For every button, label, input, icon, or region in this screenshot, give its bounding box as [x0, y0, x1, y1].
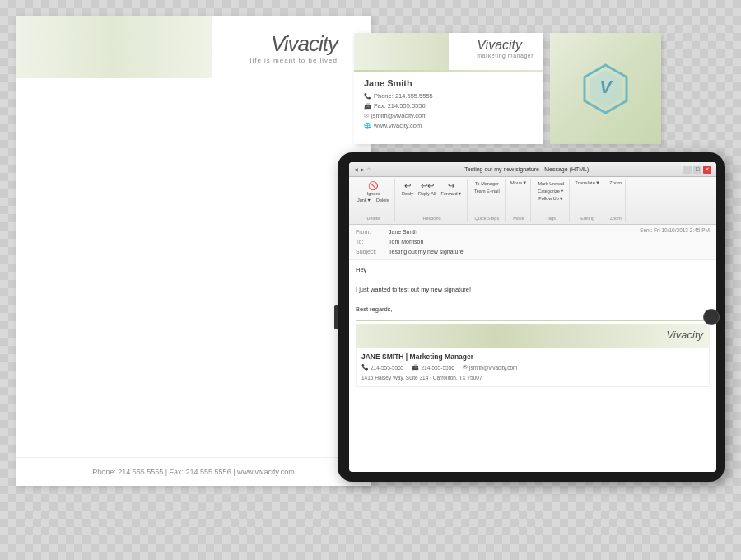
tags-label: Tags	[546, 216, 556, 221]
email-ribbon: 🚫 Ignore Junk▼ Delete Delete	[349, 177, 716, 225]
tablet-side-button	[334, 305, 338, 329]
business-card-back: V	[550, 33, 661, 144]
sig-content: JANE SMITH | Marketing Manager 📞 214-555…	[356, 348, 710, 387]
nav-right: ▶	[361, 166, 365, 172]
forward-button[interactable]: ↪ Forward▼	[439, 180, 464, 197]
card-logo: Vivacity marketing manager	[477, 38, 534, 58]
reply-button[interactable]: ↩ Reply	[400, 180, 415, 197]
closing: Best regards,	[356, 305, 710, 315]
followup-button[interactable]: Follow Up▼	[536, 195, 566, 202]
brand-name: Vivacity	[250, 31, 338, 57]
tags-list: Mark Unread Categorize▼ Follow Up▼	[536, 180, 566, 202]
junk-label: Junk▼	[357, 198, 371, 203]
sig-phone-icon: 📞	[361, 362, 369, 373]
tablet: ◀ ▶ ⌂ Testing out my new signature - Mes…	[338, 152, 725, 482]
phone-icon: 📞	[364, 91, 371, 100]
meta-header: From: Jane Smith To: Tom Morrison Subjec…	[356, 227, 710, 257]
sig-phone-value: 214-555-5555	[370, 363, 403, 373]
to-row: To: Tom Morrison	[356, 237, 464, 247]
card-person-name: Jane Smith	[364, 78, 534, 88]
zoom-btn[interactable]: Zoom	[609, 180, 622, 185]
tablet-screen: ◀ ▶ ⌂ Testing out my new signature - Mes…	[349, 162, 716, 472]
move-btn[interactable]: Move▼	[510, 180, 528, 185]
close-button[interactable]: ✕	[703, 166, 711, 174]
maximize-button[interactable]: □	[693, 166, 701, 174]
delete-label: Delete	[376, 198, 389, 203]
ignore-button[interactable]: 🚫 Ignore	[366, 180, 382, 197]
card-phone-row: 📞 Phone: 214.555.5555	[364, 91, 534, 101]
business-card-front: Vivacity marketing manager Jane Smith 📞 …	[354, 33, 543, 144]
email-icon: ✉	[364, 111, 369, 120]
to-label: To:	[356, 237, 389, 247]
sig-address: 1415 Halsey Way, Suite 314 · Carrollton,…	[361, 373, 704, 383]
email-meta: From: Jane Smith To: Tom Morrison Subjec…	[349, 225, 716, 260]
reply-all-label: Reply All	[418, 191, 436, 196]
sig-fax: 📠 214-555-5556	[412, 362, 454, 373]
team-email-button[interactable]: Team E-mail	[473, 188, 501, 194]
categorize-button[interactable]: Categorize▼	[536, 188, 566, 194]
reply-label: Reply	[402, 191, 413, 196]
card-header: Vivacity marketing manager	[354, 33, 543, 70]
junk-button[interactable]: Junk▼	[356, 197, 373, 203]
ribbon-group-respond: ↩ Reply ↩↩ Reply All ↪ Forward▼ Respond	[397, 179, 468, 222]
followup-label: Follow Up▼	[538, 196, 563, 201]
web-icon: 🌐	[364, 121, 371, 130]
sig-email-icon: ✉	[463, 362, 468, 373]
ribbon-group-delete: 🚫 Ignore Junk▼ Delete Delete	[352, 179, 395, 222]
letterhead-body	[16, 78, 370, 457]
reply-all-button[interactable]: ↩↩ Reply All	[417, 180, 437, 197]
letterhead-gradient	[16, 16, 212, 78]
card-email-row: ✉ jsmith@vivacity.com	[364, 111, 534, 121]
hex-logo-svg: V	[579, 62, 632, 115]
card-brand-name: Vivacity	[477, 38, 534, 53]
to-value: Tom Morrison	[389, 237, 423, 247]
card-content: Jane Smith 📞 Phone: 214.555.5555 📠 Fax: …	[354, 72, 543, 138]
ribbon-group-move: Move▼ Move	[507, 179, 532, 222]
card-fax: Fax: 214.555.5556	[374, 101, 426, 111]
cards-area: Vivacity marketing manager Jane Smith 📞 …	[354, 33, 661, 144]
sig-phone: 📞 214-555-5555	[361, 362, 403, 373]
delete-button[interactable]: Delete	[375, 197, 391, 203]
move-label: Move	[513, 216, 524, 221]
tablet-home-button[interactable]	[703, 309, 720, 325]
translate-btn[interactable]: Translate▼	[575, 180, 600, 185]
sig-email: ✉ jsmith@vivacity.com	[463, 362, 517, 373]
card-phone: Phone: 214.555.5555	[374, 91, 433, 101]
respond-label: Respond	[423, 216, 441, 221]
card-web: www.vivacity.com	[374, 121, 422, 131]
subject-label: Subject:	[356, 247, 389, 257]
sig-brand-name: Vivacity	[666, 327, 703, 344]
ribbon-group-quicksteps: To Manager Team E-mail Quick Steps	[469, 179, 506, 222]
card-web-row: 🌐 www.vivacity.com	[364, 121, 534, 131]
quick-steps-list: To Manager Team E-mail	[473, 180, 501, 194]
sig-person-name: JANE SMITH | Marketing Manager	[361, 352, 704, 363]
sent-info: Sent: Fri 10/10/2013 2:45 PM	[640, 227, 710, 257]
from-value: Jane Smith	[389, 227, 417, 237]
reply-icon: ↩	[404, 181, 411, 190]
zoom-label: Zoom	[610, 216, 622, 221]
ignore-label: Ignore	[367, 191, 380, 196]
reply-all-icon: ↩↩	[421, 181, 434, 190]
body-text: I just wanted to test out my new signatu…	[356, 285, 710, 295]
letterhead: Vivacity life is meant to be lived Phone…	[16, 16, 370, 486]
forward-icon: ↪	[448, 181, 454, 190]
from-row: From: Jane Smith	[356, 227, 464, 237]
email-body: Hey I just wanted to test out my new sig…	[349, 260, 716, 472]
unread-button[interactable]: Mark Unread	[536, 180, 566, 187]
respond-row: ↩ Reply ↩↩ Reply All ↪ Forward▼	[400, 180, 464, 197]
sig-fax-icon: 📠	[412, 362, 419, 373]
fax-icon: 📠	[364, 101, 371, 110]
ribbon-group-editing: Translate▼ Editing	[571, 179, 604, 222]
editing-label: Editing	[580, 216, 594, 221]
sig-fax-value: 214-555-5556	[421, 363, 454, 373]
letterhead-header: Vivacity life is meant to be lived	[16, 16, 370, 78]
subject-value: Testing out my new signature	[389, 247, 464, 257]
minimize-button[interactable]: –	[683, 166, 692, 174]
sig-address-value: 1415 Halsey Way, Suite 314 · Carrollton,…	[361, 373, 482, 383]
brand-tagline: life is meant to be lived	[250, 57, 338, 64]
letterhead-footer: Phone: 214.555.5555 | Fax: 214.555.5556 …	[16, 457, 370, 486]
email-title-bar: ◀ ▶ ⌂ Testing out my new signature - Mes…	[349, 162, 716, 177]
window-controls-left: ◀ ▶ ⌂	[354, 166, 370, 172]
to-manager-button[interactable]: To Manager	[473, 180, 501, 187]
letterhead-logo: Vivacity life is meant to be lived	[250, 31, 338, 64]
